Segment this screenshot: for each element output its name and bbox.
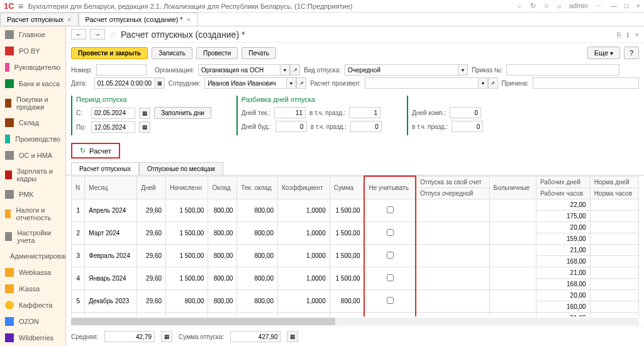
sidebar-production[interactable]: Производство bbox=[0, 131, 65, 147]
dropdown-icon[interactable]: ▾ bbox=[286, 77, 296, 89]
subtab-calc[interactable]: Расчет отпускных bbox=[71, 162, 139, 175]
sidebar-taxes[interactable]: Налоги и отчетность bbox=[0, 203, 65, 225]
calendar-icon[interactable]: ▦ bbox=[155, 77, 165, 89]
exclude-checkbox[interactable] bbox=[387, 206, 394, 213]
refresh-icon: ↻ bbox=[80, 147, 86, 155]
settings-icon[interactable]: ⋯ bbox=[596, 2, 602, 10]
subtab-monthly[interactable]: Отпускные по месяцам bbox=[139, 162, 223, 175]
hol1-input[interactable] bbox=[349, 107, 380, 118]
expand-icon[interactable]: ⫿ bbox=[626, 31, 630, 38]
dropdown-icon[interactable]: ▾ bbox=[458, 64, 468, 75]
favorite-icon[interactable]: ☆ bbox=[109, 30, 117, 40]
sidebar-kaffesta[interactable]: Каффеста bbox=[0, 297, 65, 313]
calcby-input[interactable] bbox=[365, 77, 478, 89]
link-icon[interactable]: ⎘ bbox=[617, 31, 621, 38]
sidebar-assets[interactable]: ОС и НМА bbox=[0, 147, 65, 164]
employee-label: Сотрудник: bbox=[169, 80, 201, 87]
exclude-checkbox[interactable] bbox=[387, 274, 394, 281]
history-icon[interactable]: ↻ bbox=[530, 2, 536, 10]
hol1-label: в т.ч. празд.: bbox=[309, 109, 345, 116]
table-row[interactable]: 4Январь 202429,601 500,00800,00800,001,0… bbox=[72, 267, 639, 278]
total-input[interactable] bbox=[230, 331, 280, 342]
sidebar-manager[interactable]: Руководителю bbox=[0, 59, 65, 75]
sidebar-warehouse[interactable]: Склад bbox=[0, 114, 65, 131]
dropdown-icon[interactable]: ▾ bbox=[280, 64, 290, 75]
calendar-icon[interactable]: ▦ bbox=[139, 108, 150, 119]
tab-0[interactable]: Расчет отпускных× bbox=[0, 13, 79, 26]
sidebar-rmk[interactable]: РМК bbox=[0, 186, 65, 203]
employee-input[interactable] bbox=[204, 77, 286, 89]
exclude-checkbox[interactable] bbox=[387, 297, 394, 304]
help-button[interactable]: ? bbox=[624, 47, 639, 59]
tab-close-icon[interactable]: × bbox=[67, 16, 71, 23]
avg-input[interactable] bbox=[104, 331, 155, 342]
dropdown-icon[interactable]: ▾ bbox=[478, 77, 488, 89]
open-icon[interactable]: ↗ bbox=[290, 64, 300, 75]
tab-close-icon[interactable]: × bbox=[187, 16, 191, 23]
days-fut-input[interactable] bbox=[275, 121, 307, 132]
orderno-label: Приказ №: bbox=[472, 67, 502, 74]
calendar-icon[interactable]: ▦ bbox=[139, 121, 150, 133]
bell-icon[interactable]: ♤ bbox=[516, 2, 523, 10]
exclude-checkbox[interactable] bbox=[387, 229, 394, 236]
star-icon[interactable]: ☆ bbox=[543, 2, 550, 10]
org-input[interactable] bbox=[198, 64, 280, 75]
sidebar-admin[interactable]: Администрирование bbox=[0, 248, 65, 264]
reason-input[interactable] bbox=[533, 77, 639, 89]
table-row[interactable]: 5Декабрь 202329,60800,00800,00800,001,00… bbox=[72, 289, 639, 301]
post-button[interactable]: Провести bbox=[196, 47, 238, 59]
to-date[interactable] bbox=[91, 121, 135, 133]
hol2-input[interactable] bbox=[350, 121, 382, 132]
close-doc-icon[interactable]: × bbox=[635, 31, 639, 38]
sidebar-ozon[interactable]: OZON bbox=[0, 313, 65, 330]
table-row[interactable]: 6Май 202329,60800,00800,00800,001,000080… bbox=[72, 312, 639, 316]
nav-fwd[interactable]: → bbox=[90, 29, 105, 40]
date-input[interactable] bbox=[94, 77, 155, 89]
sidebar-poby[interactable]: PO.BY bbox=[0, 43, 65, 59]
sidebar-bank[interactable]: Банк и касса bbox=[0, 75, 65, 92]
sidebar-main[interactable]: Главное bbox=[0, 26, 65, 43]
reason-label: Причина: bbox=[502, 80, 529, 87]
sidebar-salary[interactable]: Зарплата и кадры bbox=[0, 164, 65, 186]
orderno-input[interactable] bbox=[506, 64, 619, 75]
maximize-icon[interactable]: □ bbox=[625, 2, 629, 10]
open-icon[interactable]: ↗ bbox=[488, 77, 498, 89]
search-icon[interactable]: ⌕ bbox=[557, 2, 562, 10]
sidebar-webkassa[interactable]: Webkassa bbox=[0, 264, 65, 281]
th-sick: Больничные bbox=[489, 176, 536, 199]
sidebar-settings[interactable]: Настройки учета bbox=[0, 225, 65, 248]
exclude-checkbox[interactable] bbox=[387, 252, 394, 259]
calc-icon[interactable]: ▦ bbox=[161, 331, 172, 342]
sidebar-sales[interactable]: Покупки и продажи bbox=[0, 92, 65, 114]
table-row[interactable]: 1Апрель 202429,601 500,00800,00800,001,0… bbox=[72, 199, 639, 210]
days-cur-input[interactable] bbox=[274, 107, 306, 118]
nav-back[interactable]: ← bbox=[71, 29, 86, 40]
period-title: Период отпуска bbox=[76, 96, 211, 103]
open-icon[interactable]: ↗ bbox=[296, 77, 306, 89]
more-button[interactable]: Еще ▾ bbox=[587, 47, 620, 59]
days-comp-input[interactable] bbox=[450, 107, 481, 118]
h-scrollbar[interactable] bbox=[71, 318, 639, 325]
user-label[interactable]: admin bbox=[569, 2, 588, 10]
fill-days-button[interactable]: Заполнить дни bbox=[154, 107, 211, 119]
sidebar-ikassa[interactable]: iKassa bbox=[0, 281, 65, 297]
table-row[interactable]: 3Февраль 202429,601 500,00800,00800,001,… bbox=[72, 244, 639, 255]
save-button[interactable]: Записать bbox=[152, 47, 192, 59]
calc-icon[interactable]: ▦ bbox=[287, 331, 298, 342]
vactype-input[interactable] bbox=[345, 64, 458, 75]
calculate-button[interactable]: ↻Расчет bbox=[71, 143, 120, 159]
footer: Средняя: ▦ Сумма отпуска: ▦ bbox=[66, 326, 644, 346]
scroll-thumb[interactable] bbox=[71, 318, 335, 325]
from-date[interactable] bbox=[91, 108, 135, 119]
menu-icon[interactable]: ≡ bbox=[18, 1, 23, 11]
table-row[interactable]: 2Март 202429,601 500,00800,00800,001,000… bbox=[72, 221, 639, 233]
post-close-button[interactable]: Провести и закрыть bbox=[71, 47, 148, 59]
sidebar-wildberries[interactable]: Wildberries bbox=[0, 330, 65, 346]
close-icon[interactable]: × bbox=[636, 2, 640, 10]
print-button[interactable]: Печать bbox=[242, 47, 276, 59]
hol3-input[interactable] bbox=[452, 121, 483, 132]
tab-1[interactable]: Расчет отпускных (создание) *× bbox=[79, 13, 198, 26]
days-cur-label: Дней тек.: bbox=[242, 109, 270, 116]
number-input[interactable] bbox=[96, 64, 147, 75]
minimize-icon[interactable]: — bbox=[610, 2, 617, 10]
